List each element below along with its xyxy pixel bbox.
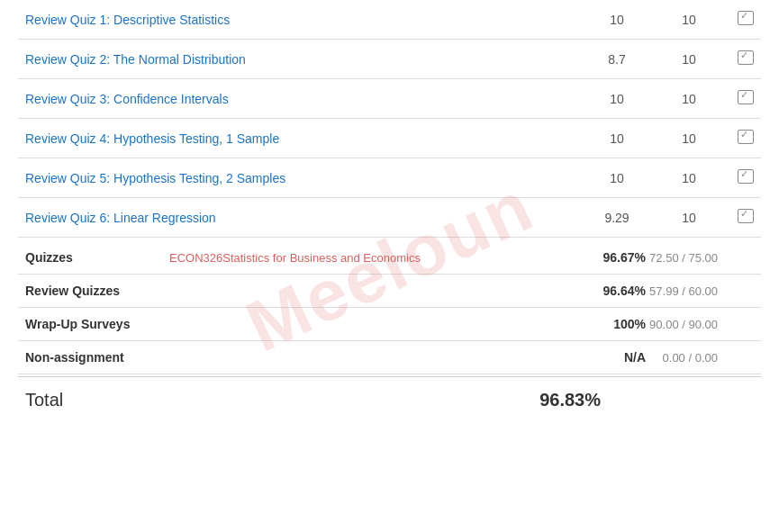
- quiz-link[interactable]: Review Quiz 2: The Normal Distribution: [25, 52, 246, 67]
- quiz-icon-cell: [725, 40, 761, 79]
- summary-row: Non-assignment N/A 0.00 / 0.00: [18, 341, 761, 374]
- total-label: Total: [25, 390, 539, 410]
- summary-label: Quizzes: [25, 250, 169, 265]
- quiz-icon-cell: [725, 79, 761, 119]
- quiz-score-cell: 8.7: [581, 40, 653, 79]
- quiz-icon-cell: [725, 198, 761, 238]
- summary-row: Quizzes ECON326Statistics for Business a…: [18, 241, 761, 275]
- main-container: Meeloun Review Quiz 1: Descriptive Stati…: [0, 0, 779, 423]
- quiz-row: Review Quiz 4: Hypothesis Testing, 1 Sam…: [18, 119, 761, 158]
- summary-row: Wrap-Up Surveys 100% 90.00 / 90.00: [18, 308, 761, 341]
- quiz-link[interactable]: Review Quiz 5: Hypothesis Testing, 2 Sam…: [25, 171, 285, 185]
- quiz-name-cell: Review Quiz 3: Confidence Intervals: [18, 79, 581, 119]
- quiz-icon-cell: [725, 119, 761, 158]
- summary-row: Review Quizzes 96.64% 57.99 / 60.00: [18, 275, 761, 308]
- quiz-name-cell: Review Quiz 5: Hypothesis Testing, 2 Sam…: [18, 158, 581, 198]
- summary-section: Quizzes ECON326Statistics for Business a…: [18, 241, 761, 423]
- quiz-icon-cell: [725, 158, 761, 198]
- quiz-row: Review Quiz 6: Linear Regression 9.29 10: [18, 198, 761, 238]
- quiz-score-cell: 10: [581, 79, 653, 119]
- quiz-name-cell: Review Quiz 2: The Normal Distribution: [18, 40, 581, 79]
- summary-pct: N/A: [565, 350, 646, 365]
- quiz-name-cell: Review Quiz 4: Hypothesis Testing, 1 Sam…: [18, 119, 581, 158]
- summary-label: Non-assignment: [25, 350, 169, 365]
- quiz-link[interactable]: Review Quiz 4: Hypothesis Testing, 1 Sam…: [25, 131, 279, 146]
- check-icon: [738, 130, 754, 144]
- check-icon: [738, 11, 754, 25]
- quiz-score-cell: 10: [581, 158, 653, 198]
- quiz-name-cell: Review Quiz 1: Descriptive Statistics: [18, 0, 581, 40]
- summary-pts: 72.50 / 75.00: [646, 251, 754, 265]
- quiz-table: Review Quiz 1: Descriptive Statistics 10…: [18, 0, 761, 238]
- quiz-score-cell: 10: [581, 0, 653, 40]
- quiz-max-cell: 10: [653, 158, 725, 198]
- quiz-row: Review Quiz 3: Confidence Intervals 10 1…: [18, 79, 761, 119]
- quiz-row: Review Quiz 5: Hypothesis Testing, 2 Sam…: [18, 158, 761, 198]
- quiz-max-cell: 10: [653, 198, 725, 238]
- quiz-link[interactable]: Review Quiz 1: Descriptive Statistics: [25, 13, 230, 27]
- summary-pct: 96.67%: [565, 250, 646, 265]
- quiz-score-cell: 10: [581, 119, 653, 158]
- check-icon: [738, 209, 754, 223]
- summary-pts: 90.00 / 90.00: [646, 318, 754, 331]
- summary-pct: 100%: [565, 317, 646, 331]
- check-icon: [738, 50, 754, 65]
- summary-label: Wrap-Up Surveys: [25, 317, 169, 331]
- quiz-max-cell: 10: [653, 79, 725, 119]
- total-row: Total 96.83%: [18, 376, 761, 423]
- course-label: ECON326Statistics for Business and Econo…: [169, 251, 565, 265]
- quiz-icon-cell: [725, 0, 761, 40]
- quiz-row: Review Quiz 1: Descriptive Statistics 10…: [18, 0, 761, 40]
- check-icon: [738, 169, 754, 184]
- quiz-score-cell: 9.29: [581, 198, 653, 238]
- quiz-name-cell: Review Quiz 6: Linear Regression: [18, 198, 581, 238]
- summary-pts: 57.99 / 60.00: [646, 284, 754, 298]
- summary-pct: 96.64%: [565, 284, 646, 298]
- check-icon: [738, 90, 754, 104]
- quiz-max-cell: 10: [653, 119, 725, 158]
- summary-label: Review Quizzes: [25, 284, 169, 298]
- total-pct: 96.83%: [539, 390, 754, 410]
- quiz-max-cell: 10: [653, 40, 725, 79]
- quiz-link[interactable]: Review Quiz 3: Confidence Intervals: [25, 92, 229, 106]
- quiz-link[interactable]: Review Quiz 6: Linear Regression: [25, 211, 216, 225]
- summary-pts: 0.00 / 0.00: [646, 351, 754, 365]
- quiz-row: Review Quiz 2: The Normal Distribution 8…: [18, 40, 761, 79]
- quiz-max-cell: 10: [653, 0, 725, 40]
